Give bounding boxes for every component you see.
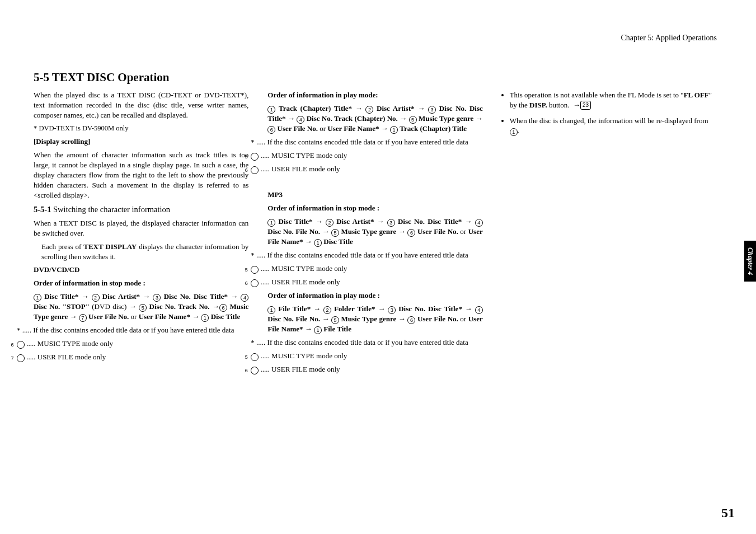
circled-number-icon: 4	[475, 306, 483, 314]
circled-number-icon: 5	[331, 316, 339, 324]
column-1: When the played disc is a TEXT DISC (CD-…	[34, 90, 248, 378]
order-heading: Order of information in play mode:	[267, 90, 482, 100]
circled-number-icon: 3	[387, 219, 395, 227]
sequence: 1 File Title* → 2 Folder Title* → 3 Disc…	[267, 304, 482, 334]
paragraph: When the amount of character information…	[34, 150, 248, 200]
circled-number-icon: 1	[267, 106, 275, 114]
circled-number-icon: 2	[323, 306, 331, 314]
page-number: 51	[721, 505, 735, 521]
subsection-text: Switching the character information	[51, 205, 170, 214]
note: 6 ..... USER FILE mode only	[267, 364, 482, 374]
circled-number-icon: 7	[17, 354, 25, 362]
circled-number-icon: 2	[365, 106, 373, 114]
circled-number-icon: 1	[267, 306, 275, 314]
circled-number-icon: 1	[510, 128, 518, 136]
subsection-number: 5-5-1	[34, 205, 51, 214]
media-heading: DVD/VCD/CD	[34, 265, 248, 275]
circled-number-icon: 6	[251, 279, 259, 287]
bullet-item: When the disc is changed, the informatio…	[510, 116, 717, 136]
note-star: * ..... If the disc contains encoded tit…	[267, 338, 482, 348]
subsection-title: 5-5-1 Switching the character informatio…	[34, 204, 248, 215]
circled-number-icon: 1	[34, 294, 41, 302]
circled-number-icon: 1	[314, 239, 322, 247]
bullet-item: This operation is not available when the…	[510, 90, 717, 110]
note: 6 ..... USER FILE mode only	[267, 277, 482, 287]
page-ref-icon: 23	[580, 101, 591, 110]
circled-number-icon: 4	[297, 116, 304, 124]
paragraph: When the played disc is a TEXT DISC (CD-…	[34, 90, 248, 120]
chapter-header: Chapter 5: Applied Operations	[34, 34, 717, 43]
note-star: * ..... If the disc contains encoded tit…	[267, 250, 482, 260]
circled-number-icon: 6	[17, 341, 25, 349]
note-star: * ..... If the disc contains encoded tit…	[267, 137, 482, 147]
circled-number-icon: 6	[251, 367, 259, 374]
column-2: Order of information in play mode: 1 Tra…	[267, 90, 482, 378]
circled-number-icon: 2	[92, 294, 100, 302]
order-heading: Order of information in stop mode :	[34, 278, 248, 288]
circled-number-icon: 7	[79, 314, 87, 322]
sequence: 1 Disc Title* → 2 Disc Artist* → 3 Disc …	[34, 292, 248, 322]
note: 6 ..... USER FILE mode only	[267, 164, 482, 174]
circled-number-icon: 1	[390, 126, 398, 134]
circled-number-icon: 1	[267, 219, 275, 227]
circled-number-icon: 6	[407, 229, 415, 237]
note-star: * ..... If the disc contains encoded tit…	[34, 325, 248, 335]
footnote: * DVD-TEXT is DV-5900M only	[34, 124, 248, 133]
circled-number-icon: 6	[219, 304, 227, 312]
side-tab: Chapter 4	[744, 241, 756, 282]
circled-number-icon: 6	[267, 126, 275, 134]
circled-number-icon: 5	[251, 153, 259, 161]
note: 7 ..... USER FILE mode only	[34, 352, 248, 362]
sequence: 1 Disc Title* → 2 Disc Artist* → 3 Disc …	[267, 217, 482, 247]
order-heading: Order of information in stop mode :	[267, 203, 482, 213]
arrow-icon: →	[573, 101, 580, 109]
paragraph: Each press of TEXT DISPLAY displays the …	[41, 242, 248, 262]
circled-number-icon: 1	[314, 326, 322, 334]
order-heading: Order of information in play mode :	[267, 291, 482, 301]
circled-number-icon: 4	[475, 219, 483, 227]
note: 5 ..... MUSIC TYPE mode only	[267, 151, 482, 161]
circled-number-icon: 6	[407, 316, 415, 324]
column-3: This operation is not available when the…	[502, 90, 717, 378]
circled-number-icon: 5	[331, 229, 339, 237]
section-title: 5-5 TEXT DISC Operation	[34, 71, 717, 85]
media-heading: MP3	[267, 190, 482, 200]
circled-number-icon: 5	[251, 353, 259, 361]
note: 5 ..... MUSIC TYPE mode only	[267, 351, 482, 361]
circled-number-icon: 4	[241, 294, 248, 302]
circled-number-icon: 5	[139, 304, 147, 312]
note: 5 ..... MUSIC TYPE mode only	[267, 264, 482, 274]
subheading: [Display scrolling]	[34, 137, 248, 147]
circled-number-icon: 5	[409, 116, 417, 124]
note: 6 ..... MUSIC TYPE mode only	[34, 339, 248, 349]
sequence: 1 Track (Chapter) Title* → 2 Disc Artist…	[267, 104, 482, 134]
circled-number-icon: 3	[388, 306, 396, 314]
circled-number-icon: 6	[251, 166, 259, 174]
circled-number-icon: 2	[326, 219, 334, 227]
circled-number-icon: 1	[201, 314, 209, 322]
circled-number-icon: 5	[251, 266, 259, 274]
circled-number-icon: 3	[428, 106, 436, 114]
circled-number-icon: 3	[153, 294, 161, 302]
paragraph: When a TEXT DISC is played, the displaye…	[34, 218, 248, 238]
